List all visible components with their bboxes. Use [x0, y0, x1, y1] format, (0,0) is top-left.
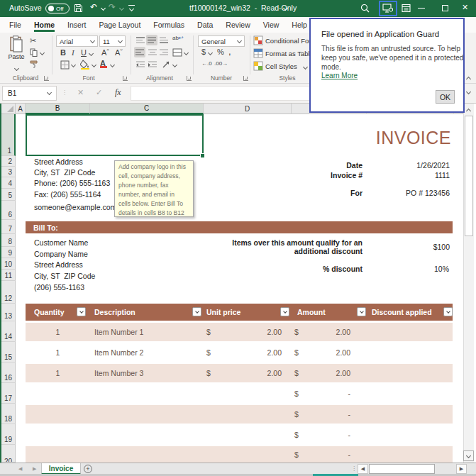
row-header-19[interactable]: 19 — [1, 424, 16, 445]
row-header-14[interactable]: 14 — [1, 321, 16, 342]
invoice-number-label[interactable]: Invoice # — [213, 171, 362, 179]
cancel-icon[interactable]: ✕ — [77, 88, 84, 97]
redo-dropdown-icon[interactable] — [119, 6, 124, 11]
sheet-nav-right-icon[interactable]: ▶ — [33, 466, 36, 472]
tab-page-layout[interactable]: Page Layout — [92, 17, 147, 33]
qat-customize-caret[interactable] — [129, 6, 134, 11]
company-fax[interactable]: Fax: (206) 555-1164 — [34, 190, 101, 199]
row-header-12[interactable]: 12 — [1, 281, 16, 304]
cell-desc[interactable]: Item Number 3 — [94, 364, 143, 382]
merge-center-icon[interactable] — [172, 48, 182, 57]
format-as-table-icon[interactable] — [253, 48, 263, 58]
paste-button[interactable]: Paste — [6, 35, 27, 75]
clipboard-dialog-launcher[interactable] — [44, 76, 49, 81]
cell-amount-currency[interactable]: $ — [294, 343, 299, 362]
bill-to-street[interactable]: Street Address — [34, 260, 83, 269]
col-unit-price[interactable]: Unit price — [206, 304, 240, 321]
invoice-number-value[interactable]: 1111 — [369, 171, 450, 179]
ribbon-display-options-icon[interactable] — [402, 4, 411, 13]
cell-amount-value[interactable]: - — [308, 446, 350, 463]
save-icon[interactable] — [74, 4, 83, 13]
redo-button[interactable]: ↷ — [109, 2, 116, 12]
bill-to-phone[interactable]: (206) 555-1163 — [34, 283, 84, 292]
cell-amount-value[interactable]: - — [308, 384, 350, 403]
conditional-formatting-icon[interactable] — [253, 35, 263, 45]
cell-styles-icon[interactable] — [253, 61, 263, 71]
ok-button[interactable]: OK — [436, 90, 455, 104]
font-color-icon[interactable]: A — [100, 59, 107, 68]
cell-unit-value[interactable]: 2.00 — [239, 343, 282, 362]
discount-pct-label[interactable]: % discount — [213, 265, 362, 273]
row-header-17[interactable]: 17 — [1, 383, 16, 404]
cell-amount-value[interactable]: - — [308, 426, 350, 444]
font-dialog-launcher[interactable] — [123, 76, 128, 81]
cell-amount-currency[interactable]: $ — [294, 364, 299, 382]
close-button[interactable]: ✕ — [462, 3, 468, 12]
date-label[interactable]: Date — [213, 161, 362, 170]
table-row[interactable]: 1 Item Number 1 $ 2.00 $ 2.00 — [26, 323, 453, 341]
discount-pct-value[interactable]: 10% — [397, 265, 449, 273]
select-all-corner[interactable] — [1, 104, 16, 114]
filter-discount[interactable] — [443, 307, 453, 316]
row-header-8[interactable]: 8 — [1, 234, 16, 247]
font-name-select[interactable]: Arial — [56, 35, 98, 47]
cell-unit-currency[interactable]: $ — [206, 323, 211, 341]
autosave-toggle[interactable]: Off — [45, 4, 70, 13]
underline-button[interactable]: U — [81, 48, 87, 57]
cell-amount-currency[interactable]: $ — [294, 405, 299, 424]
tab-data[interactable]: Data — [191, 17, 219, 33]
expand-formula-bar-icon[interactable] — [466, 89, 471, 94]
minimize-button[interactable] — [418, 8, 425, 9]
name-box[interactable]: B1 — [2, 86, 57, 101]
tab-view[interactable]: View — [257, 17, 286, 33]
cell-desc[interactable]: Item Number 1 — [94, 323, 143, 341]
format-painter-icon[interactable] — [30, 60, 38, 68]
table-row[interactable]: $ - — [26, 426, 453, 444]
tab-formulas[interactable]: Formulas — [147, 17, 191, 33]
hscroll-right-icon[interactable]: ▶ — [456, 464, 467, 474]
cut-icon[interactable]: ✂ — [30, 37, 36, 45]
wrap-text-icon[interactable]: ab↩ — [172, 35, 184, 41]
cell-amount-currency[interactable]: $ — [294, 446, 299, 463]
col-description[interactable]: Description — [94, 304, 135, 321]
table-row[interactable]: 1 Item Number 2 $ 2.00 $ 2.00 — [26, 343, 453, 362]
cell-qty[interactable]: 1 — [26, 364, 90, 382]
cell-amount-value[interactable]: 2.00 — [308, 364, 350, 382]
scroll-up-icon[interactable] — [463, 104, 474, 115]
insert-function-icon[interactable]: fx — [115, 87, 121, 98]
decrease-font-icon[interactable]: Aˇ — [115, 48, 123, 57]
col-amount[interactable]: Amount — [297, 304, 326, 321]
maximize-button[interactable] — [442, 5, 448, 11]
cell-unit-value[interactable]: 2.00 — [239, 323, 282, 341]
decrease-indent-icon[interactable] — [135, 60, 145, 69]
date-value[interactable]: 1/26/2021 — [369, 161, 450, 170]
bill-to-company[interactable]: Company Name — [34, 250, 88, 258]
tab-scrollbar-splitter[interactable]: ⋮ — [351, 465, 357, 472]
sheet-tab-invoice[interactable]: Invoice — [41, 463, 81, 475]
selected-cell-b1[interactable] — [26, 114, 204, 156]
discount-qualify-amount[interactable]: $100 — [397, 243, 450, 251]
fill-color-icon[interactable] — [80, 60, 90, 70]
search-icon[interactable] — [360, 4, 370, 13]
row-header-15[interactable]: 15 — [1, 342, 16, 362]
cell-amount-value[interactable]: 2.00 — [308, 323, 350, 341]
company-email[interactable]: someone@example.com — [34, 203, 116, 211]
row-header-6[interactable]: 6 — [1, 201, 16, 220]
undo-button[interactable]: ↶ — [90, 2, 97, 12]
tab-insert[interactable]: Insert — [61, 17, 92, 33]
row-header-16[interactable]: 16 — [1, 362, 16, 383]
increase-font-icon[interactable]: Aˆ — [101, 48, 109, 57]
for-value[interactable]: PO # 123456 — [369, 189, 450, 197]
column-header-d[interactable]: D — [204, 104, 292, 114]
formula-bar-splitter[interactable]: ⋮ — [62, 89, 67, 96]
accounting-format-icon[interactable]: $ — [201, 48, 206, 56]
new-sheet-icon[interactable]: + — [84, 465, 92, 473]
cell-unit-currency[interactable]: $ — [206, 343, 211, 362]
alignment-dialog-launcher[interactable] — [187, 76, 192, 81]
column-header-b[interactable]: B — [26, 104, 90, 114]
comma-style-icon[interactable]: , — [228, 46, 231, 57]
discount-qualify-line1[interactable]: Items over this amount qualify for an — [213, 238, 362, 247]
row-header-18[interactable]: 18 — [1, 404, 16, 424]
cell-styles-button[interactable]: Cell Styles — [265, 62, 297, 70]
bill-to-customer[interactable]: Customer Name — [34, 238, 88, 247]
